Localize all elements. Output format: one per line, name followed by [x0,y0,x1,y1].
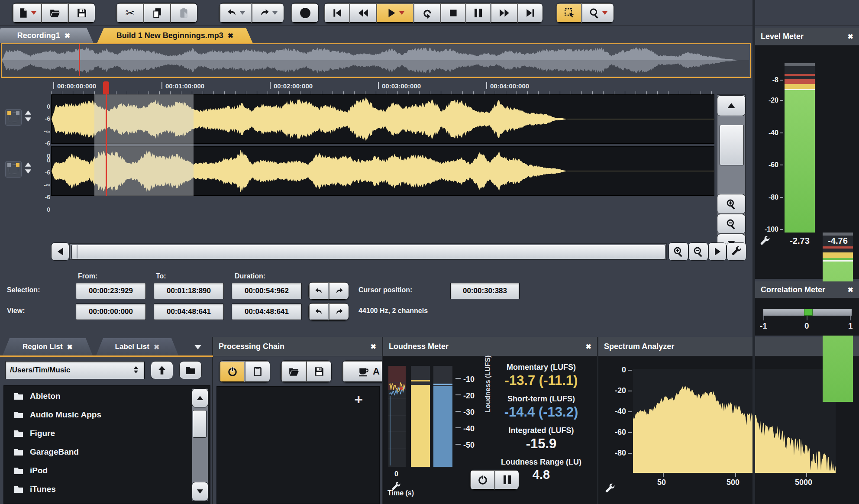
horizontal-zoom-in-button[interactable] [668,242,688,261]
path-combobox[interactable]: /Users/Tim/Music [5,361,145,379]
spectrum-settings-button[interactable] [604,483,616,494]
view-from-field[interactable]: 00:00:00:000 [76,304,146,320]
new-file-icon [18,7,29,19]
selection-undo-button[interactable] [309,282,329,300]
overview-waveform[interactable] [1,43,751,78]
cursor-position-field[interactable]: 00:00:30:383 [450,283,520,299]
list-item[interactable]: iPod [13,465,48,476]
selection-duration-field[interactable]: 00:00:54:962 [232,283,302,299]
list-item[interactable]: Ableton [13,391,61,401]
hscroll-thumb[interactable] [71,245,665,259]
fast-forward-button[interactable] [491,3,517,23]
chain-effect-list[interactable]: + [216,386,380,504]
tab-label-list-close-icon[interactable]: ✖ [154,343,159,351]
loop-button[interactable] [413,3,440,23]
tab-region-list-close-icon[interactable]: ✖ [67,343,73,351]
add-effect-button[interactable]: + [354,392,363,407]
paste-button[interactable] [170,3,197,23]
tab-region-list[interactable]: Region List ✖ [3,338,93,355]
time-ruler[interactable]: 00:00:00:000 00:01:00:000 00:02:00:000 0… [51,81,714,94]
editor-settings-button[interactable] [727,242,746,261]
redo-button[interactable] [252,3,284,23]
folder-icon [13,410,24,420]
parent-folder-button[interactable] [151,361,173,379]
channel1-select-button[interactable] [5,109,22,126]
horizontal-scrollbar[interactable] [69,243,667,260]
hscroll-right-button[interactable] [708,242,727,261]
loop-icon [422,7,433,19]
record-button[interactable] [291,3,318,23]
selection-to-field[interactable]: 00:01:18:890 [154,283,224,299]
level-meter-settings-button[interactable] [759,236,771,247]
chain-paste-button[interactable] [245,361,270,382]
open-file-button[interactable] [41,3,68,23]
panel-tabs-menu-icon[interactable] [194,345,201,349]
panel-close-icon[interactable]: ✖ [848,286,853,294]
hscroll-left-button[interactable] [51,242,69,261]
chain-apply-button[interactable]: A [342,361,383,382]
spinner-down-icon[interactable] [25,169,31,174]
ruler-label: 00:00:00:000 [53,82,96,90]
channel1-height-spinner[interactable] [24,110,33,124]
chain-enable-button[interactable] [220,361,245,382]
cut-button[interactable]: ✂ [116,3,143,23]
selection-tool-button[interactable] [556,3,581,23]
zoom-tool-button[interactable] [581,3,614,23]
list-scroll-up-button[interactable] [192,388,208,407]
overview-cursor[interactable] [79,44,80,76]
view-undo-button[interactable] [309,303,329,320]
vertical-zoom-in-button[interactable] [717,194,746,214]
panel-close-icon[interactable]: ✖ [371,342,376,351]
skip-start-button[interactable] [324,3,349,23]
chain-save-button[interactable] [306,361,331,382]
momentary-bar [411,366,430,467]
play-button[interactable] [376,3,413,23]
panel-close-icon[interactable]: ✖ [848,32,853,41]
list-scroll-thumb[interactable] [193,410,207,438]
scissors-icon: ✂ [126,6,135,20]
tab-recording1-close-icon[interactable]: ✖ [65,32,70,40]
cursor-flag[interactable] [103,81,109,94]
panel-close-icon[interactable]: ✖ [586,342,591,351]
rewind-button[interactable] [349,3,376,23]
horizontal-zoom-out-button[interactable] [688,242,708,261]
channel2-select-button[interactable] [5,161,22,178]
ruler-tick [116,91,116,94]
down-arrow-icon [197,489,203,494]
copy-button[interactable] [143,3,170,23]
browse-folder-button[interactable] [179,361,202,379]
loudness-settings-button[interactable] [391,481,401,492]
tab-file-close-icon[interactable]: ✖ [228,32,233,40]
view-redo-button[interactable] [329,303,349,320]
tab-label-list[interactable]: Label List ✖ [96,338,178,355]
selection-from-field[interactable]: 00:00:23:929 [76,283,146,299]
selection-redo-button[interactable] [329,282,349,300]
vscroll-thumb[interactable] [720,125,744,165]
view-to-field[interactable]: 00:04:48:641 [154,304,224,320]
tab-recording1[interactable]: Recording1 ✖ [0,28,94,43]
spinner-down-icon[interactable] [25,117,31,122]
tab-file[interactable]: Build 1 New Beginnings.mp3 ✖ [97,28,253,43]
chain-load-button[interactable] [281,361,306,382]
undo-icon [314,307,323,317]
list-item[interactable]: GarageBand [13,447,79,457]
list-item[interactable]: iTunes [13,484,56,494]
pause-button[interactable] [465,3,491,23]
undo-button[interactable] [220,3,252,23]
stop-button[interactable] [440,3,465,23]
folder-list[interactable]: Ableton Audio Music Apps Figure GarageBa… [3,385,210,504]
view-duration-field[interactable]: 00:04:48:641 [232,304,302,320]
list-scroll-down-button[interactable] [192,482,208,501]
channel2-height-spinner[interactable] [24,162,33,176]
combobox-spinner-icon[interactable] [132,365,140,375]
spinner-up-icon[interactable] [25,110,31,115]
vertical-zoom-out-button[interactable] [717,214,746,234]
skip-end-button[interactable] [517,3,543,23]
new-file-button[interactable] [13,3,41,23]
save-button[interactable] [68,3,95,23]
list-item[interactable]: Audio Music Apps [13,410,101,420]
vscroll-up-button[interactable] [717,95,746,116]
spinner-up-icon[interactable] [25,162,31,167]
list-item[interactable]: Figure [13,428,55,439]
selection-overlay [94,94,194,196]
